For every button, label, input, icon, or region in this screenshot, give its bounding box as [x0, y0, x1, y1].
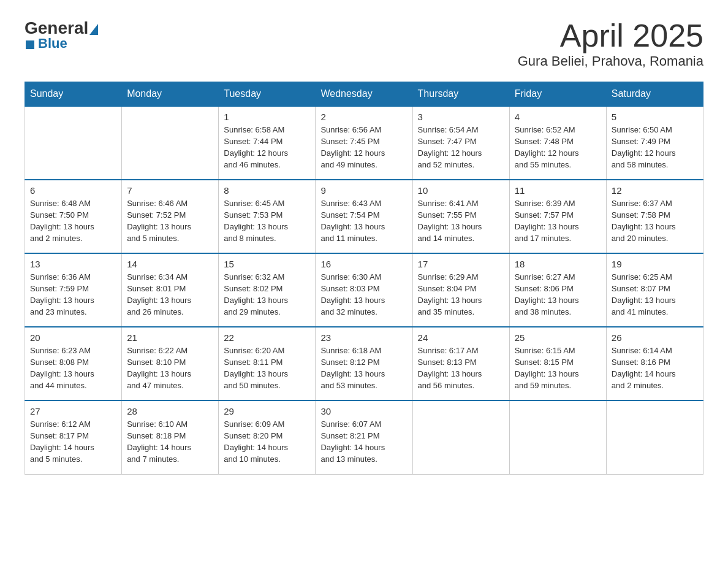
day-info: Sunrise: 6:39 AMSunset: 7:57 PMDaylight:…: [515, 198, 601, 244]
calendar-cell: 30Sunrise: 6:07 AMSunset: 8:21 PMDayligh…: [316, 400, 412, 474]
calendar-header-saturday: Saturday: [606, 82, 703, 107]
calendar-cell: 21Sunrise: 6:22 AMSunset: 8:10 PMDayligh…: [122, 327, 219, 400]
calendar-cell: [25, 106, 122, 180]
calendar-cell: 4Sunrise: 6:52 AMSunset: 7:48 PMDaylight…: [509, 106, 606, 180]
day-number: 6: [30, 185, 116, 196]
day-info: Sunrise: 6:50 AMSunset: 7:49 PMDaylight:…: [612, 124, 698, 170]
calendar-cell: 27Sunrise: 6:12 AMSunset: 8:17 PMDayligh…: [25, 400, 122, 474]
day-number: 1: [224, 112, 310, 122]
day-info: Sunrise: 6:56 AMSunset: 7:45 PMDaylight:…: [320, 124, 407, 170]
day-info: Sunrise: 6:27 AMSunset: 8:06 PMDaylight:…: [515, 272, 601, 318]
logo-text-blue: Blue: [38, 36, 67, 52]
day-info: Sunrise: 6:32 AMSunset: 8:02 PMDaylight:…: [224, 272, 310, 318]
day-number: 20: [30, 332, 116, 343]
day-info: Sunrise: 6:46 AMSunset: 7:52 PMDaylight:…: [127, 198, 213, 244]
calendar-cell: 7Sunrise: 6:46 AMSunset: 7:52 PMDaylight…: [122, 180, 219, 253]
day-info: Sunrise: 6:34 AMSunset: 8:01 PMDaylight:…: [127, 272, 213, 318]
calendar-cell: 13Sunrise: 6:36 AMSunset: 7:59 PMDayligh…: [25, 253, 122, 327]
day-number: 26: [612, 332, 698, 343]
day-number: 27: [30, 406, 116, 416]
calendar-cell: 5Sunrise: 6:50 AMSunset: 7:49 PMDaylight…: [606, 106, 703, 180]
day-info: Sunrise: 6:10 AMSunset: 8:18 PMDaylight:…: [127, 419, 213, 465]
day-number: 13: [30, 259, 116, 269]
calendar-header-thursday: Thursday: [412, 82, 509, 107]
day-number: 21: [127, 332, 213, 343]
page-header: General Blue April 2025 Gura Beliei, Pra…: [25, 18, 703, 69]
day-info: Sunrise: 6:23 AMSunset: 8:08 PMDaylight:…: [30, 345, 116, 391]
day-info: Sunrise: 6:12 AMSunset: 8:17 PMDaylight:…: [30, 419, 116, 465]
logo-triangle-icon: [89, 24, 98, 35]
day-number: 29: [224, 406, 310, 416]
day-number: 22: [224, 332, 310, 343]
day-info: Sunrise: 6:14 AMSunset: 8:16 PMDaylight:…: [612, 345, 698, 391]
calendar-cell: 28Sunrise: 6:10 AMSunset: 8:18 PMDayligh…: [122, 400, 219, 474]
calendar-cell: [412, 400, 509, 474]
calendar-cell: 16Sunrise: 6:30 AMSunset: 8:03 PMDayligh…: [316, 253, 412, 327]
day-info: Sunrise: 6:29 AMSunset: 8:04 PMDaylight:…: [418, 272, 504, 318]
calendar-cell: 6Sunrise: 6:48 AMSunset: 7:50 PMDaylight…: [25, 180, 122, 253]
day-info: Sunrise: 6:58 AMSunset: 7:44 PMDaylight:…: [224, 124, 310, 170]
day-info: Sunrise: 6:37 AMSunset: 7:58 PMDaylight:…: [612, 198, 698, 244]
page-title: April 2025: [518, 18, 703, 53]
day-number: 4: [515, 112, 601, 122]
day-info: Sunrise: 6:15 AMSunset: 8:15 PMDaylight:…: [515, 345, 601, 391]
calendar-header-friday: Friday: [509, 82, 606, 107]
calendar-week-row: 13Sunrise: 6:36 AMSunset: 7:59 PMDayligh…: [25, 253, 703, 327]
page-subtitle: Gura Beliei, Prahova, Romania: [518, 53, 703, 69]
calendar-cell: 8Sunrise: 6:45 AMSunset: 7:53 PMDaylight…: [219, 180, 316, 253]
day-number: 28: [127, 406, 213, 416]
calendar-cell: 20Sunrise: 6:23 AMSunset: 8:08 PMDayligh…: [25, 327, 122, 400]
calendar-cell: [606, 400, 703, 474]
day-info: Sunrise: 6:09 AMSunset: 8:20 PMDaylight:…: [224, 419, 310, 465]
day-info: Sunrise: 6:22 AMSunset: 8:10 PMDaylight:…: [127, 345, 213, 391]
day-number: 3: [418, 112, 504, 122]
day-info: Sunrise: 6:17 AMSunset: 8:13 PMDaylight:…: [418, 345, 504, 391]
day-number: 2: [320, 112, 407, 122]
day-number: 23: [320, 332, 407, 343]
calendar-cell: 14Sunrise: 6:34 AMSunset: 8:01 PMDayligh…: [122, 253, 219, 327]
day-info: Sunrise: 6:30 AMSunset: 8:03 PMDaylight:…: [320, 272, 407, 318]
calendar-week-row: 27Sunrise: 6:12 AMSunset: 8:17 PMDayligh…: [25, 400, 703, 474]
day-number: 11: [515, 185, 601, 196]
day-info: Sunrise: 6:52 AMSunset: 7:48 PMDaylight:…: [515, 124, 601, 170]
calendar-cell: 23Sunrise: 6:18 AMSunset: 8:12 PMDayligh…: [316, 327, 412, 400]
day-info: Sunrise: 6:54 AMSunset: 7:47 PMDaylight:…: [418, 124, 504, 170]
calendar-cell: 10Sunrise: 6:41 AMSunset: 7:55 PMDayligh…: [412, 180, 509, 253]
calendar-cell: 3Sunrise: 6:54 AMSunset: 7:47 PMDaylight…: [412, 106, 509, 180]
day-number: 8: [224, 185, 310, 196]
day-number: 12: [612, 185, 698, 196]
calendar-cell: 1Sunrise: 6:58 AMSunset: 7:44 PMDaylight…: [219, 106, 316, 180]
calendar-cell: 26Sunrise: 6:14 AMSunset: 8:16 PMDayligh…: [606, 327, 703, 400]
calendar-header-row: SundayMondayTuesdayWednesdayThursdayFrid…: [25, 82, 703, 107]
calendar-cell: 18Sunrise: 6:27 AMSunset: 8:06 PMDayligh…: [509, 253, 606, 327]
day-number: 19: [612, 259, 698, 269]
title-area: April 2025 Gura Beliei, Prahova, Romania: [518, 18, 703, 69]
calendar-cell: 12Sunrise: 6:37 AMSunset: 7:58 PMDayligh…: [606, 180, 703, 253]
calendar-header-wednesday: Wednesday: [316, 82, 412, 107]
day-info: Sunrise: 6:25 AMSunset: 8:07 PMDaylight:…: [612, 272, 698, 318]
calendar-cell: 19Sunrise: 6:25 AMSunset: 8:07 PMDayligh…: [606, 253, 703, 327]
day-info: Sunrise: 6:43 AMSunset: 7:54 PMDaylight:…: [320, 198, 407, 244]
day-number: 24: [418, 332, 504, 343]
calendar-cell: 22Sunrise: 6:20 AMSunset: 8:11 PMDayligh…: [219, 327, 316, 400]
calendar-week-row: 20Sunrise: 6:23 AMSunset: 8:08 PMDayligh…: [25, 327, 703, 400]
day-number: 17: [418, 259, 504, 269]
calendar-cell: 15Sunrise: 6:32 AMSunset: 8:02 PMDayligh…: [219, 253, 316, 327]
day-number: 10: [418, 185, 504, 196]
calendar-cell: 17Sunrise: 6:29 AMSunset: 8:04 PMDayligh…: [412, 253, 509, 327]
day-number: 25: [515, 332, 601, 343]
day-info: Sunrise: 6:41 AMSunset: 7:55 PMDaylight:…: [418, 198, 504, 244]
day-number: 7: [127, 185, 213, 196]
day-info: Sunrise: 6:07 AMSunset: 8:21 PMDaylight:…: [320, 419, 407, 465]
day-number: 14: [127, 259, 213, 269]
calendar-cell: 2Sunrise: 6:56 AMSunset: 7:45 PMDaylight…: [316, 106, 412, 180]
calendar-cell: [122, 106, 219, 180]
calendar-cell: 29Sunrise: 6:09 AMSunset: 8:20 PMDayligh…: [219, 400, 316, 474]
calendar-cell: [509, 400, 606, 474]
day-number: 16: [320, 259, 407, 269]
day-info: Sunrise: 6:48 AMSunset: 7:50 PMDaylight:…: [30, 198, 116, 244]
calendar-week-row: 1Sunrise: 6:58 AMSunset: 7:44 PMDaylight…: [25, 106, 703, 180]
day-number: 5: [612, 112, 698, 122]
day-info: Sunrise: 6:18 AMSunset: 8:12 PMDaylight:…: [320, 345, 407, 391]
day-number: 30: [320, 406, 407, 416]
